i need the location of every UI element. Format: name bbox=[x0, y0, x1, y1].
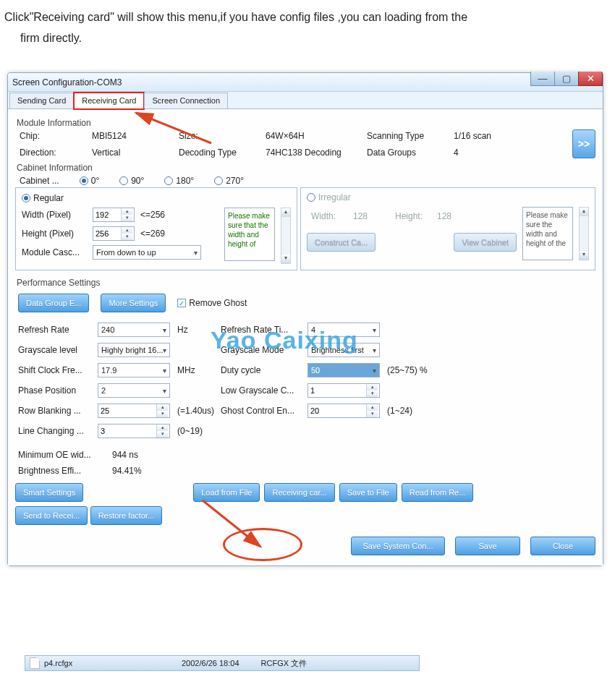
min-oe-value: 944 ns bbox=[112, 450, 170, 460]
brightness-eff-value: 94.41% bbox=[112, 466, 170, 476]
maximize-button[interactable]: ▢ bbox=[554, 72, 579, 86]
height-hint: <=269 bbox=[140, 229, 165, 239]
rot-180-radio[interactable]: 180° bbox=[164, 176, 194, 186]
row-blanking-hint: (=1.40us) bbox=[177, 406, 221, 416]
irr-height-value: 128 bbox=[437, 211, 472, 221]
load-from-file-button[interactable]: Load from File bbox=[193, 483, 260, 502]
data-group-extend-button[interactable]: Data Group E... bbox=[18, 294, 89, 312]
height-label: Height (Pixel) bbox=[22, 229, 87, 239]
width-input[interactable]: ▴▾ bbox=[93, 208, 135, 222]
file-type: RCFGX 文件 bbox=[261, 658, 308, 669]
module-info-heading: Module Information bbox=[17, 118, 595, 128]
minimize-button[interactable]: — bbox=[530, 72, 555, 86]
size-label: Size: bbox=[179, 131, 266, 141]
regular-note: Please make sure that the width and heig… bbox=[224, 208, 275, 261]
construct-cabinet-button[interactable]: Construct Ca... bbox=[307, 233, 376, 252]
grayscale-level-combo[interactable]: Highly bright 16... bbox=[98, 343, 170, 357]
instruction-text-2: firm directly. bbox=[20, 28, 611, 49]
file-icon bbox=[30, 657, 40, 669]
read-from-receiver-button[interactable]: Read from Re... bbox=[402, 483, 474, 502]
save-to-file-button[interactable]: Save to File bbox=[339, 483, 397, 502]
instruction-text-1: Click"Receiving card" will show this men… bbox=[4, 7, 611, 28]
refresh-rate-times-label: Refresh Rate Ti... bbox=[221, 325, 308, 335]
send-to-receiver-button[interactable]: Send to Recei... bbox=[15, 506, 88, 525]
irr-note-scrollbar[interactable]: ▴▾ bbox=[579, 207, 589, 260]
tab-screen-connection[interactable]: Screen Connection bbox=[144, 93, 228, 108]
view-cabinet-button[interactable]: View Cabinet bbox=[454, 233, 517, 252]
phase-position-label: Phase Position bbox=[18, 385, 98, 396]
direction-label: Direction: bbox=[20, 148, 92, 158]
ghost-control-label: Ghost Control En... bbox=[221, 406, 308, 416]
receiving-card-button[interactable]: Receiving car... bbox=[264, 483, 334, 502]
save-button[interactable]: Save bbox=[455, 537, 520, 555]
line-changing-input[interactable]: ▴▾ bbox=[98, 424, 170, 438]
irregular-radio[interactable]: Irregular bbox=[307, 192, 351, 202]
cabinet-rot-label: Cabinet ... bbox=[20, 176, 59, 186]
rot-90-radio[interactable]: 90° bbox=[119, 176, 144, 186]
rot-270-radio[interactable]: 270° bbox=[214, 176, 244, 186]
duty-hint: (25~75) % bbox=[387, 365, 438, 375]
window-title: Screen Configuration-COM3 bbox=[12, 77, 122, 88]
remove-ghost-checkbox[interactable]: ✓Remove Ghost bbox=[177, 298, 247, 308]
duty-cycle-label: Duty cycle bbox=[221, 365, 308, 375]
save-system-config-button[interactable]: Save System Con... bbox=[351, 537, 445, 555]
hz-unit: Hz bbox=[177, 325, 221, 335]
restore-factory-button[interactable]: Restore factor... bbox=[90, 506, 163, 525]
duty-cycle-combo[interactable]: 50 bbox=[308, 363, 380, 377]
irregular-note: Please make sure the width and height of… bbox=[522, 207, 573, 260]
row-blanking-label: Row Blanking ... bbox=[18, 406, 98, 416]
irr-width-value: 128 bbox=[353, 211, 388, 221]
close-button[interactable]: Close bbox=[530, 537, 595, 555]
mhz-unit: MHz bbox=[177, 365, 221, 375]
height-input[interactable]: ▴▾ bbox=[93, 226, 135, 241]
close-window-button[interactable]: ✕ bbox=[578, 72, 603, 86]
refresh-rate-combo[interactable]: 240 bbox=[98, 323, 170, 337]
title-bar[interactable]: Screen Configuration-COM3 — ▢ ✕ bbox=[8, 73, 603, 92]
cascade-label: Module Casc... bbox=[22, 247, 87, 257]
phase-position-combo[interactable]: 2 bbox=[98, 383, 170, 398]
low-grayscale-input[interactable]: ▴▾ bbox=[308, 383, 380, 398]
grayscale-mode-label: Grayscale Mode bbox=[221, 345, 308, 355]
direction-value: Vertical bbox=[92, 148, 179, 158]
expand-button[interactable]: >> bbox=[572, 129, 595, 158]
regular-radio[interactable]: Regular bbox=[22, 193, 64, 203]
ghost-control-hint: (1~24) bbox=[387, 406, 438, 416]
rot-0-radio[interactable]: 0° bbox=[80, 176, 99, 186]
chip-value: MBI5124 bbox=[92, 131, 179, 141]
decoding-value: 74HC138 Decoding bbox=[266, 148, 367, 158]
note-scrollbar[interactable]: ▴▾ bbox=[281, 208, 291, 264]
low-grayscale-label: Low Grayscale C... bbox=[221, 385, 308, 396]
line-changing-label: Line Changing ... bbox=[18, 426, 98, 436]
min-oe-label: Minimum OE wid... bbox=[18, 450, 112, 460]
datagroups-label: Data Groups bbox=[367, 148, 454, 158]
tab-sending-card[interactable]: Sending Card bbox=[9, 93, 74, 108]
file-name: p4.rcfgx bbox=[44, 659, 72, 667]
datagroups-value: 4 bbox=[454, 148, 512, 158]
decoding-label: Decoding Type bbox=[179, 148, 266, 158]
width-label: Width (Pixel) bbox=[22, 210, 87, 220]
shift-clock-label: Shift Clock Fre... bbox=[18, 365, 98, 375]
config-window: Screen Configuration-COM3 — ▢ ✕ Sending … bbox=[7, 72, 603, 566]
shift-clock-combo[interactable]: 17.9 bbox=[98, 363, 170, 377]
cascade-combo[interactable]: From down to up bbox=[93, 245, 201, 260]
chip-label: Chip: bbox=[20, 131, 92, 141]
file-row[interactable]: p4.rcfgx 2002/6/26 18:04 RCFGX 文件 bbox=[25, 655, 420, 671]
more-settings-button[interactable]: More Settings bbox=[101, 294, 166, 312]
width-hint: <=256 bbox=[140, 210, 165, 220]
cabinet-info-heading: Cabinet Information bbox=[17, 163, 595, 173]
irr-width-label: Width: bbox=[311, 211, 346, 221]
row-blanking-input[interactable]: ▴▾ bbox=[98, 404, 170, 418]
file-date: 2002/6/26 18:04 bbox=[182, 659, 239, 667]
smart-settings-button[interactable]: Smart Settings bbox=[15, 483, 83, 502]
grayscale-level-label: Grayscale level bbox=[18, 345, 98, 355]
line-changing-hint: (0~19) bbox=[177, 426, 221, 436]
ghost-control-input[interactable]: ▴▾ bbox=[308, 404, 380, 418]
refresh-rate-times-combo[interactable]: 4 bbox=[308, 323, 380, 337]
refresh-rate-label: Refresh Rate bbox=[18, 325, 98, 335]
size-value: 64W×64H bbox=[266, 131, 367, 141]
grayscale-mode-combo[interactable]: Brightness first bbox=[308, 343, 380, 357]
scanning-label: Scanning Type bbox=[367, 131, 454, 141]
irr-height-label: Height: bbox=[395, 211, 430, 221]
brightness-eff-label: Brightness Effi... bbox=[18, 466, 112, 476]
tab-receiving-card[interactable]: Receiving Card bbox=[74, 93, 144, 109]
